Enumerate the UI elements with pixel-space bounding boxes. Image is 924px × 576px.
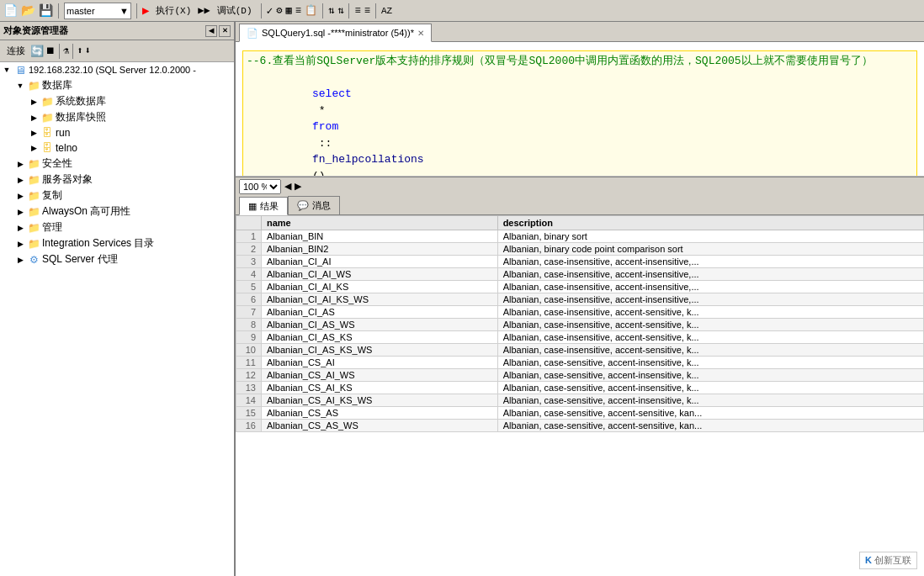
tree-item-databases[interactable]: ▼ 📁 数据库 [0,77,234,93]
panel-title: 对象资源管理器 [3,24,68,37]
col-header-description[interactable]: description [497,216,923,230]
table-row[interactable]: 11Albanian_CS_AIAlbanian, case-sensitive… [236,357,924,369]
debug-button[interactable]: 调试(D) [214,3,256,18]
agent-icon: ⚙ [27,253,40,267]
expand-security[interactable]: ▶ [13,157,27,171]
tree-item-snapshot[interactable]: ▶ 📁 数据库快照 [0,109,234,125]
expand-integration[interactable]: ▶ [13,237,27,251]
table-row[interactable]: 9Albanian_CI_AS_KSAlbanian, case-insensi… [236,331,924,344]
zoom-nav-prev[interactable]: ◀ [284,181,291,192]
replication-label: 复制 [42,188,62,203]
explorer-icon-down[interactable]: ⬇ [84,45,90,57]
folder-snapshot-icon: 📁 [40,111,54,124]
expand-system-db[interactable]: ▶ [27,95,40,108]
tree-item-replication[interactable]: ▶ 📁 复制 [0,188,234,203]
expand-telno[interactable]: ▶ [27,141,40,155]
table-row[interactable]: 8Albanian_CI_AS_WSAlbanian, case-insensi… [236,319,924,331]
panel-pin-btn[interactable]: ◀ [205,25,217,37]
results-area[interactable]: name description 1Albanian_BINAlbanian, … [236,215,924,576]
table-row[interactable]: 2Albanian_BIN2Albanian, binary code poin… [236,243,924,256]
col-header-name[interactable]: name [262,216,498,230]
table-row[interactable]: 4Albanian_CI_AI_WSAlbanian, case-insensi… [236,268,924,281]
db-telno-icon: 🗄 [40,141,54,155]
table-row[interactable]: 12Albanian_CS_AI_WSAlbanian, case-sensit… [236,369,924,382]
table-row[interactable]: 5Albanian_CI_AI_KSAlbanian, case-insensi… [236,281,924,293]
explorer-icon-refresh[interactable]: 🔄 [30,45,44,58]
snapshot-label: 数据库快照 [56,110,106,124]
query-tab[interactable]: 📄 SQLQuery1.sql -****ministrator (54))* … [239,24,432,42]
toolbar-sep5 [348,3,349,18]
alwayson-label: AlwaysOn 高可用性 [42,204,130,219]
cell-rownum: 15 [236,407,262,420]
explorer-sep1 [59,44,60,59]
explorer-icon-filter[interactable]: ⚗ [63,45,69,57]
server-obj-label: 服务器对象 [42,172,93,187]
explorer-icon-up[interactable]: ⬆ [77,45,82,57]
expand-server-obj[interactable]: ▶ [13,173,27,187]
expand-replication[interactable]: ▶ [13,189,27,203]
tree-item-management[interactable]: ▶ 📁 管理 [0,219,234,235]
tree-item-telno[interactable]: ▶ 🗄 telno [0,140,234,156]
results-tab-bar: ▦ 结果 💬 消息 [236,195,924,215]
expand-run[interactable]: ▶ [27,126,40,140]
table-row[interactable]: 16Albanian_CS_AS_WSAlbanian, case-sensit… [236,420,924,432]
zoom-nav-next[interactable]: ▶ [295,181,301,192]
folder-security-icon: 📁 [27,157,40,171]
panel-close-btn[interactable]: ✕ [219,25,231,37]
execute-button[interactable]: 执行(X) [152,3,194,18]
server-label: 192.168.232.10 (SQL Server 12.0.2000 - [29,65,196,75]
db-run-icon: 🗄 [40,126,54,140]
expand-management[interactable]: ▶ [13,221,27,235]
select-kw1: select [312,87,352,100]
cell-name: Albanian_CI_AI_KS [262,281,498,293]
sql-comment-line: --6.查看当前SQLServer版本支持的排序规则（双冒号是SQL2000中调… [247,53,913,70]
main-toolbar: 📄 📂 💾 master ▼ ▶ 执行(X) ▶▶ 调试(D) ✓ ⚙ ▦ ≡ … [0,0,924,22]
tree-item-system-db[interactable]: ▶ 📁 系统数据库 [0,93,234,109]
table-row[interactable]: 15Albanian_CS_ASAlbanian, case-sensitive… [236,407,924,420]
tree-item-server-obj[interactable]: ▶ 📁 服务器对象 [0,172,234,188]
cell-description: Albanian, case-insensitive, accent-insen… [497,268,923,281]
table-row[interactable]: 13Albanian_CS_AI_KSAlbanian, case-sensit… [236,382,924,394]
expand-snapshot[interactable]: ▶ [27,111,40,124]
table-row[interactable]: 10Albanian_CI_AS_KS_WSAlbanian, case-ins… [236,344,924,357]
object-tree[interactable]: ▼ 🖥 192.168.232.10 (SQL Server 12.0.2000… [0,62,234,576]
tree-item-integration[interactable]: ▶ 📁 Integration Services 目录 [0,235,234,251]
watermark: K 创新互联 [859,552,917,569]
tab-label: SQLQuery1.sql -****ministrator (54))* [262,28,414,38]
table-row[interactable]: 7Albanian_CI_ASAlbanian, case-insensitiv… [236,306,924,319]
explorer-icon-stop[interactable]: ⏹ [45,45,56,57]
sql-space1: :: [312,137,332,150]
sql-line1: select * from :: fn_helpcollations () [247,70,913,177]
tree-item-security[interactable]: ▶ 📁 安全性 [0,156,234,172]
tree-item-server[interactable]: ▼ 🖥 192.168.232.10 (SQL Server 12.0.2000… [0,62,234,77]
toolbar-icon-text: ≡ [295,5,301,17]
cell-description: Albanian, case-sensitive, accent-sensiti… [497,420,923,432]
expand-server[interactable]: ▼ [0,63,13,77]
table-row[interactable]: 3Albanian_CI_AIAlbanian, case-insensitiv… [236,256,924,268]
tab-messages[interactable]: 💬 消息 [288,196,340,214]
expand-alwayson[interactable]: ▶ [13,205,27,219]
sql-parens1: () [312,170,326,177]
connect-button[interactable]: 连接 [3,44,29,58]
toolbar-icon-sort1: ⇅ [328,4,334,17]
cell-rownum: 7 [236,306,262,319]
sql-editor[interactable]: --6.查看当前SQLServer版本支持的排序规则（双冒号是SQL2000中调… [236,42,924,177]
tree-item-alwayson[interactable]: ▶ 📁 AlwaysOn 高可用性 [0,203,234,219]
tree-item-run[interactable]: ▶ 🗄 run [0,125,234,140]
table-row[interactable]: 1Albanian_BINAlbanian, binary sort [236,230,924,243]
expand-agent[interactable]: ▶ [13,253,27,267]
table-row[interactable]: 14Albanian_CS_AI_KS_WSAlbanian, case-sen… [236,394,924,407]
cell-description: Albanian, case-sensitive, accent-insensi… [497,357,923,369]
results-tab-label: 结果 [260,200,279,213]
table-row[interactable]: 6Albanian_CI_AI_KS_WSAlbanian, case-inse… [236,293,924,306]
tab-results[interactable]: ▦ 结果 [239,197,288,215]
tree-item-agent[interactable]: ▶ ⚙ SQL Server 代理 [0,251,234,267]
database-dropdown[interactable]: master ▼ [64,3,131,19]
zoom-select[interactable]: 100 % 75 % 150 % [239,179,281,194]
folder-replication-icon: 📁 [27,189,40,203]
tab-close-btn[interactable]: ✕ [417,29,424,38]
folder-management-icon: 📁 [27,221,40,235]
management-label: 管理 [42,220,62,235]
main-layout: 对象资源管理器 ◀ ✕ 连接 🔄 ⏹ ⚗ ⬆ ⬇ ▼ 🖥 192.168.232… [0,22,924,576]
expand-databases[interactable]: ▼ [13,79,27,92]
